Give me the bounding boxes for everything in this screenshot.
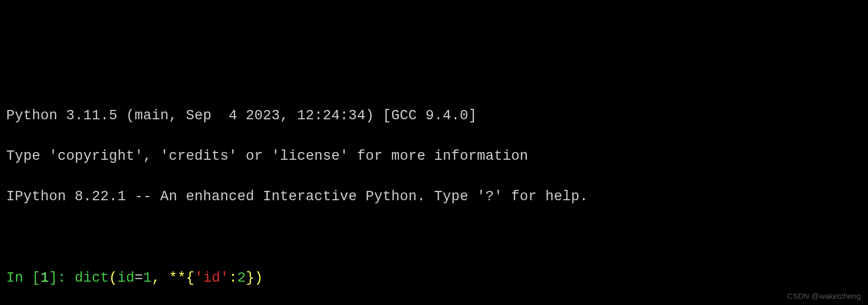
code-func: dict xyxy=(75,270,109,286)
prompt-num: 1 xyxy=(40,270,49,286)
code-colon: : xyxy=(229,270,237,286)
ipython-version-line: IPython 8.22.1 -- An enhanced Interactiv… xyxy=(6,187,862,207)
blank-line xyxy=(6,228,862,248)
code-kwarg: id xyxy=(118,270,135,286)
csdn-watermark: CSDN @waketzheng xyxy=(787,290,861,302)
prompt-in: In [ xyxy=(6,270,40,286)
terminal-output: Python 3.11.5 (main, Sep 4 2023, 12:24:3… xyxy=(6,86,862,305)
code-num1: 1 xyxy=(143,270,152,286)
prompt-suffix: ]: xyxy=(49,270,75,286)
code-num2: 2 xyxy=(237,270,246,286)
python-copyright-line: Type 'copyright', 'credits' or 'license'… xyxy=(6,146,862,167)
code-sep: , **{ xyxy=(152,270,195,286)
python-version-line: Python 3.11.5 (main, Sep 4 2023, 12:24:3… xyxy=(6,106,862,126)
code-paren: ( xyxy=(109,270,118,286)
code-eq: = xyxy=(135,270,144,286)
code-str: 'id' xyxy=(194,270,229,286)
input-line[interactable]: In [1]: dict(id=1, **{'id':2}) xyxy=(6,268,862,288)
code-end: }) xyxy=(246,270,263,286)
